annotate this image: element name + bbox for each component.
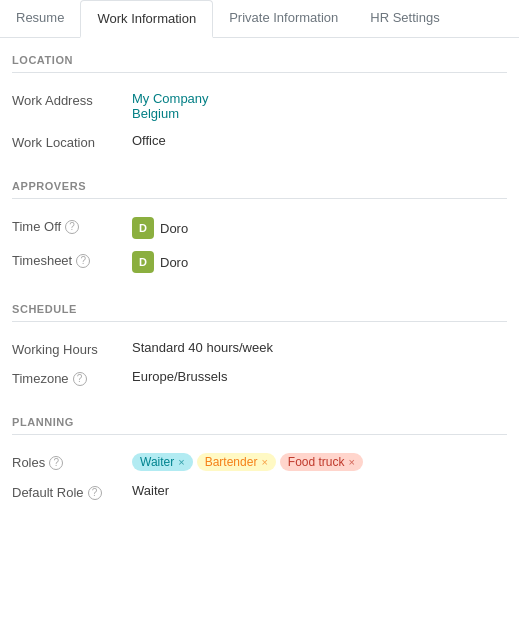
main-content: LOCATION Work Address My Company Belgium… xyxy=(0,38,519,526)
working-hours-label: Working Hours xyxy=(12,340,132,357)
work-address-row: Work Address My Company Belgium xyxy=(12,85,507,127)
tab-resume[interactable]: Resume xyxy=(0,0,80,38)
timesheet-label: Timesheet ? xyxy=(12,251,132,268)
time-off-avatar: D xyxy=(132,217,154,239)
work-location-row: Work Location Office xyxy=(12,127,507,156)
role-tag-bartender-remove[interactable]: × xyxy=(261,456,267,468)
role-tag-food-truck-remove[interactable]: × xyxy=(349,456,355,468)
timesheet-avatar: D xyxy=(132,251,154,273)
default-role-help-icon[interactable]: ? xyxy=(88,486,102,500)
role-tag-bartender-label: Bartender xyxy=(205,455,258,469)
timesheet-row: Timesheet ? D Doro xyxy=(12,245,507,279)
timesheet-help-icon[interactable]: ? xyxy=(76,254,90,268)
tab-work-information[interactable]: Work Information xyxy=(80,0,213,38)
timezone-help-icon[interactable]: ? xyxy=(73,372,87,386)
roles-value: Waiter × Bartender × Food truck × xyxy=(132,453,507,471)
default-role-value: Waiter xyxy=(132,483,507,498)
timezone-row: Timezone ? Europe/Brussels xyxy=(12,363,507,392)
role-tag-waiter-label: Waiter xyxy=(140,455,174,469)
tab-private-information[interactable]: Private Information xyxy=(213,0,354,38)
work-address-value: My Company Belgium xyxy=(132,91,507,121)
time-off-value: D Doro xyxy=(132,217,507,239)
work-address-label: Work Address xyxy=(12,91,132,108)
approvers-section-title: APPROVERS xyxy=(12,164,507,199)
default-role-row: Default Role ? Waiter xyxy=(12,477,507,506)
work-address-company[interactable]: My Company xyxy=(132,91,507,106)
roles-help-icon[interactable]: ? xyxy=(49,456,63,470)
time-off-name[interactable]: Doro xyxy=(160,221,188,236)
work-location-label: Work Location xyxy=(12,133,132,150)
timesheet-value: D Doro xyxy=(132,251,507,273)
default-role-label: Default Role ? xyxy=(12,483,132,500)
role-tag-waiter: Waiter × xyxy=(132,453,193,471)
role-tag-waiter-remove[interactable]: × xyxy=(178,456,184,468)
role-tag-bartender: Bartender × xyxy=(197,453,276,471)
role-tag-food-truck-label: Food truck xyxy=(288,455,345,469)
roles-row: Roles ? Waiter × Bartender × Food truck … xyxy=(12,447,507,477)
working-hours-value: Standard 40 hours/week xyxy=(132,340,507,355)
time-off-label: Time Off ? xyxy=(12,217,132,234)
timezone-label: Timezone ? xyxy=(12,369,132,386)
schedule-section-title: SCHEDULE xyxy=(12,287,507,322)
work-location-value: Office xyxy=(132,133,507,148)
working-hours-row: Working Hours Standard 40 hours/week xyxy=(12,334,507,363)
tab-bar: Resume Work Information Private Informat… xyxy=(0,0,519,38)
time-off-help-icon[interactable]: ? xyxy=(65,220,79,234)
time-off-approver: D Doro xyxy=(132,217,507,239)
timesheet-approver: D Doro xyxy=(132,251,507,273)
tab-hr-settings[interactable]: HR Settings xyxy=(354,0,455,38)
roles-tags: Waiter × Bartender × Food truck × xyxy=(132,453,507,471)
timezone-value: Europe/Brussels xyxy=(132,369,507,384)
time-off-row: Time Off ? D Doro xyxy=(12,211,507,245)
role-tag-food-truck: Food truck × xyxy=(280,453,363,471)
location-section-title: LOCATION xyxy=(12,38,507,73)
work-address-country[interactable]: Belgium xyxy=(132,106,507,121)
planning-section-title: PLANNING xyxy=(12,400,507,435)
roles-label: Roles ? xyxy=(12,453,132,470)
timesheet-name[interactable]: Doro xyxy=(160,255,188,270)
